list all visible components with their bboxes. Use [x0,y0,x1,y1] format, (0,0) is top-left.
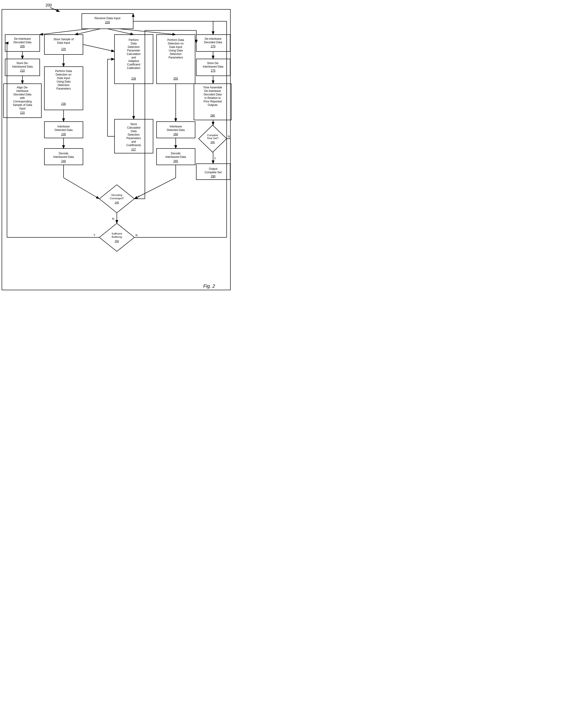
svg-text:Data Input: Data Input [169,45,182,49]
svg-text:Outputs: Outputs [208,103,218,107]
svg-text:220: 220 [105,20,110,24]
svg-text:265: 265 [173,160,178,163]
svg-text:Y: Y [214,157,216,160]
svg-text:Detected Data: Detected Data [55,128,73,132]
svg-text:Decoded Data: Decoded Data [13,93,31,96]
svg-text:Data: Data [131,130,137,133]
svg-text:Decoded Data: Decoded Data [204,41,222,44]
svg-text:Using Data: Using Data [169,49,183,52]
svg-text:226: 226 [131,77,136,80]
svg-line-144 [75,29,100,35]
svg-text:250: 250 [115,240,119,243]
svg-text:Coefficients: Coefficients [126,143,141,147]
svg-text:in Relation to: in Relation to [204,96,221,100]
svg-text:205: 205 [20,45,25,48]
svg-text:Interleave: Interleave [170,125,182,128]
svg-text:240: 240 [61,160,66,163]
svg-text:Parameters: Parameters [56,87,71,90]
svg-text:Decoded Data: Decoded Data [204,93,222,96]
svg-text:230: 230 [61,102,66,106]
main-svg: Receive Data Input 220 De-Interleave Dec… [0,0,234,297]
svg-line-161 [64,178,99,199]
svg-text:Sufficient: Sufficient [112,232,122,235]
svg-text:Input: Input [19,107,26,110]
svg-text:Interleave: Interleave [58,125,70,128]
svg-text:Perform: Perform [129,38,139,42]
svg-text:Store De-: Store De- [16,62,28,65]
svg-text:Detected Data: Detected Data [167,128,185,132]
svg-text:Detection: Detection [128,45,140,49]
svg-text:N: N [136,234,138,237]
svg-text:Detection: Detection [58,83,70,87]
svg-text:Complete: Complete [207,134,218,136]
svg-text:De-Interleave: De-Interleave [14,37,31,41]
svg-text:and: and [131,56,136,59]
svg-text:210: 210 [20,69,25,72]
svg-text:Prior Reported: Prior Reported [204,100,222,103]
svg-text:N: N [228,135,230,138]
svg-text:Calibration: Calibration [127,66,140,70]
svg-text:Interleaved Data: Interleaved Data [53,155,74,159]
svg-line-146 [119,29,176,35]
svg-text:Store Sample of: Store Sample of [54,38,74,41]
svg-text:Parameters: Parameters [126,136,141,140]
svg-text:280: 280 [210,114,215,117]
svg-text:255: 255 [173,77,178,80]
svg-text:Interleaved Data: Interleaved Data [203,65,223,68]
svg-text:Coefficient: Coefficient [127,63,140,66]
svg-text:Calculation: Calculation [127,52,140,56]
svg-text:interleave: interleave [16,89,28,93]
svg-line-153 [83,45,115,51]
svg-text:Decoded Data: Decoded Data [13,41,31,44]
svg-text:Data Input: Data Input [57,41,70,45]
svg-text:Complete Set: Complete Set [205,171,222,174]
svg-text:Perform Data: Perform Data [167,38,184,42]
svg-text:225: 225 [61,48,66,51]
svg-text:Calculated: Calculated [127,126,140,129]
svg-line-147 [40,29,89,35]
svg-text:Data: Data [131,42,137,45]
svg-text:Using Data: Using Data [57,80,71,83]
svg-text:Detection: Detection [128,133,140,136]
svg-text:Parameter: Parameter [127,49,140,52]
svg-text:227: 227 [131,148,136,151]
svg-text:Interleaved Data: Interleaved Data [165,155,186,159]
svg-text:235: 235 [61,133,66,136]
svg-text:275: 275 [211,69,215,72]
svg-text:Store De-: Store De- [207,62,219,65]
svg-text:Adaptive: Adaptive [128,59,139,63]
svg-text:Decoding: Decoding [112,194,122,196]
svg-text:Detection on: Detection on [56,73,71,76]
svg-text:Perform Data: Perform Data [55,69,72,73]
svg-text:Decode: Decode [171,152,181,155]
svg-text:Parameters: Parameters [168,56,183,59]
svg-text:285: 285 [211,141,215,143]
svg-text:Time Set?: Time Set? [207,137,218,140]
svg-text:and: and [131,140,136,143]
svg-text:245: 245 [115,201,119,204]
svg-text:Align De-: Align De- [17,86,28,89]
svg-text:N: N [112,217,114,221]
svg-text:De-Interleave: De-Interleave [205,37,221,41]
svg-text:Output: Output [209,167,218,171]
svg-text:Fig. 2: Fig. 2 [203,284,215,289]
svg-text:260: 260 [173,133,178,136]
svg-text:Store: Store [130,123,137,126]
svg-text:Corresponding: Corresponding [13,100,32,103]
svg-text:Y: Y [137,195,139,198]
svg-text:Buffering: Buffering [112,236,122,238]
svg-text:Sample of Data: Sample of Data [13,103,32,107]
svg-text:De-interleave: De-interleave [204,89,221,93]
svg-text:Time Assemble: Time Assemble [203,86,222,89]
svg-text:270: 270 [211,45,215,48]
svg-text:with: with [20,96,25,100]
svg-text:200: 200 [46,3,52,7]
svg-text:Converged?: Converged? [110,197,124,200]
svg-text:Data Input: Data Input [57,76,70,80]
svg-text:Decode: Decode [59,152,68,155]
svg-text:Y: Y [93,234,95,237]
svg-line-165 [134,178,176,199]
svg-text:290: 290 [211,175,215,178]
svg-text:Interleaved Data: Interleaved Data [12,65,33,68]
svg-text:215: 215 [20,111,25,114]
